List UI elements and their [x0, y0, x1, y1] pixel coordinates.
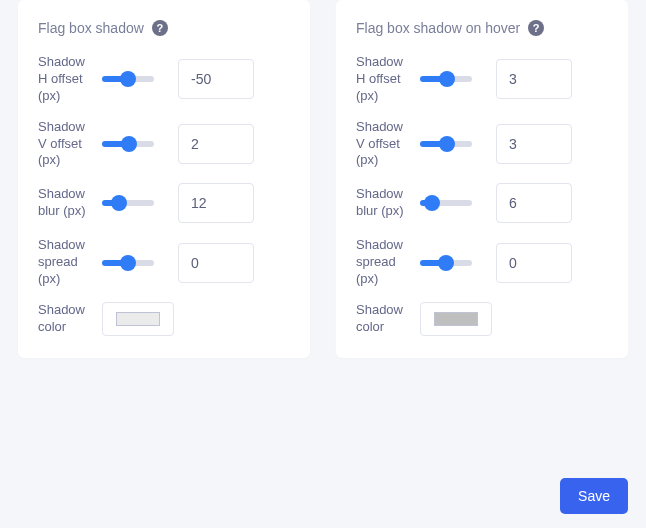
field-label: Shadow V offset (px): [38, 119, 88, 170]
shadow-spread-input[interactable]: [178, 243, 254, 283]
shadow-h-slider[interactable]: [102, 76, 154, 82]
field-shadow-spread: Shadow spread (px): [356, 237, 608, 288]
field-label: Shadow spread (px): [38, 237, 88, 288]
field-label: Shadow blur (px): [38, 186, 88, 220]
help-icon[interactable]: ?: [152, 20, 168, 36]
shadow-spread-input[interactable]: [496, 243, 572, 283]
field-shadow-v: Shadow V offset (px): [356, 119, 608, 170]
field-label: Shadow H offset (px): [38, 54, 88, 105]
shadow-h-input[interactable]: [496, 59, 572, 99]
panel-title: Flag box shadow: [38, 20, 144, 36]
field-shadow-blur: Shadow blur (px): [356, 183, 608, 223]
shadow-spread-slider[interactable]: [420, 260, 472, 266]
field-label: Shadow spread (px): [356, 237, 406, 288]
shadow-blur-input[interactable]: [496, 183, 572, 223]
shadow-blur-input[interactable]: [178, 183, 254, 223]
color-swatch: [116, 312, 160, 326]
shadow-v-input[interactable]: [496, 124, 572, 164]
shadow-color-picker[interactable]: [102, 302, 174, 336]
field-label: Shadow V offset (px): [356, 119, 406, 170]
panel-flag-shadow-hover: Flag box shadow on hover ? Shadow H offs…: [336, 0, 628, 358]
shadow-spread-slider[interactable]: [102, 260, 154, 266]
shadow-h-input[interactable]: [178, 59, 254, 99]
field-shadow-spread: Shadow spread (px): [38, 237, 290, 288]
field-label: Shadow H offset (px): [356, 54, 406, 105]
shadow-h-slider[interactable]: [420, 76, 472, 82]
field-label: Shadow color: [356, 302, 406, 336]
shadow-v-slider[interactable]: [102, 141, 154, 147]
color-swatch: [434, 312, 478, 326]
field-label: Shadow color: [38, 302, 88, 336]
shadow-color-picker[interactable]: [420, 302, 492, 336]
help-icon[interactable]: ?: [528, 20, 544, 36]
shadow-v-slider[interactable]: [420, 141, 472, 147]
field-shadow-color: Shadow color: [38, 302, 290, 336]
shadow-blur-slider[interactable]: [420, 200, 472, 206]
field-shadow-blur: Shadow blur (px): [38, 183, 290, 223]
field-shadow-h: Shadow H offset (px): [356, 54, 608, 105]
panel-title: Flag box shadow on hover: [356, 20, 520, 36]
field-shadow-color: Shadow color: [356, 302, 608, 336]
field-shadow-h: Shadow H offset (px): [38, 54, 290, 105]
save-button[interactable]: Save: [560, 478, 628, 514]
field-shadow-v: Shadow V offset (px): [38, 119, 290, 170]
shadow-blur-slider[interactable]: [102, 200, 154, 206]
shadow-v-input[interactable]: [178, 124, 254, 164]
field-label: Shadow blur (px): [356, 186, 406, 220]
panel-flag-shadow: Flag box shadow ? Shadow H offset (px) S…: [18, 0, 310, 358]
